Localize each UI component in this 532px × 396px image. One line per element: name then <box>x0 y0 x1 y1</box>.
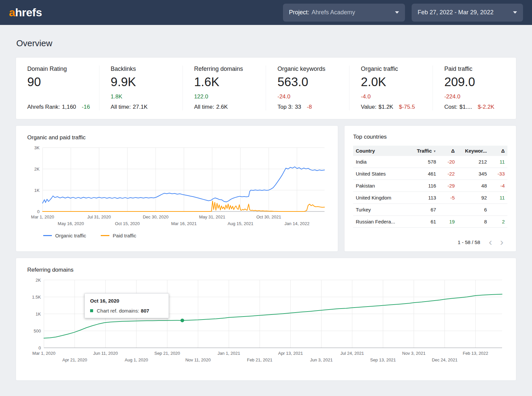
secondary-value: 1,160 <box>62 104 76 110</box>
traffic-delta-cell: -22 <box>436 171 455 177</box>
logo-rest: hrefs <box>15 6 42 19</box>
metric-value: 9.9K <box>111 75 179 89</box>
column-header-label: Δ <box>451 148 455 154</box>
svg-text:Sep 21, 2020: Sep 21, 2020 <box>154 351 180 356</box>
secondary-value: 33 <box>295 104 301 110</box>
column-header-traffic[interactable]: Traffic▼ <box>409 148 436 154</box>
svg-text:Aug 1, 2020: Aug 1, 2020 <box>125 357 148 362</box>
svg-text:1K: 1K <box>36 312 41 317</box>
metric-label: Domain Rating <box>27 66 96 72</box>
svg-text:Feb 13, 2022: Feb 13, 2022 <box>463 351 488 356</box>
metric-delta: -224.0 <box>444 93 513 100</box>
metric-value: 563.0 <box>277 75 346 89</box>
metric-delta: -4.0 <box>361 93 429 100</box>
column-header-keywords-delta[interactable]: Δ <box>487 148 505 154</box>
legend-item-paid-traffic: Paid traffic <box>101 233 136 238</box>
svg-text:Aug 15, 2021: Aug 15, 2021 <box>228 221 253 226</box>
country-cell: Pakistan <box>356 183 409 189</box>
table-row[interactable]: United Kingdom113-59211 <box>353 192 507 204</box>
svg-text:Jan 14, 2022: Jan 14, 2022 <box>285 221 310 226</box>
top-countries-table: CountryTraffic▼ΔKeywor...Δ India578-2021… <box>353 146 507 228</box>
metric-delta: 122.0 <box>194 93 263 100</box>
chart-title: Referring domains <box>27 267 505 273</box>
chart-title: Organic and paid traffic <box>27 134 327 141</box>
metric-delta: 1.8K <box>111 93 179 100</box>
keywords-delta-cell: 11 <box>487 159 505 165</box>
country-cell: Russian Federa... <box>356 219 409 224</box>
traffic-delta-cell: -20 <box>436 159 455 165</box>
organic-paid-traffic-card: Organic and paid traffic 01K2K3KMar 1, 2… <box>16 125 338 252</box>
chevron-down-icon <box>395 11 399 14</box>
metric-domain-rating: Domain Rating90Ahrefs Rank:1,160-16 <box>16 66 99 110</box>
svg-text:500: 500 <box>34 329 41 333</box>
svg-text:Mar 1, 2020: Mar 1, 2020 <box>32 351 55 356</box>
metric-paid-traffic: Paid traffic209.0-224.0Cost:$1....$-2.2K <box>433 66 516 110</box>
legend-label: Organic traffic <box>55 233 86 238</box>
secondary-label: All time: <box>194 104 214 110</box>
traffic-cell: 116 <box>409 183 436 189</box>
svg-text:1.5K: 1.5K <box>32 295 41 300</box>
metric-referring-domains: Referring domains1.6K122.0All time:2.6K <box>183 66 266 110</box>
metric-backlinks: Backlinks9.9K1.8KAll time:27.1K <box>99 66 183 110</box>
keywords-cell: 212 <box>455 159 487 165</box>
prev-page-icon[interactable]: ‹ <box>485 239 496 245</box>
referring-domains-chart[interactable]: 05001K1.5K2KMar 1, 2020Apr 21, 2020Jun 1… <box>27 278 505 368</box>
report-body: Overview Domain Rating90Ahrefs Rank:1,16… <box>0 38 532 381</box>
series-swatch <box>90 309 93 312</box>
secondary-label: All time: <box>111 104 131 110</box>
chart-legend: Organic trafficPaid traffic <box>27 233 327 238</box>
column-header-keywords[interactable]: Keywor... <box>455 148 487 154</box>
chart-tooltip: Oct 16, 2020 Chart ref. domains: 807 <box>84 293 169 318</box>
next-page-icon[interactable]: › <box>496 239 507 245</box>
metric-value: 209.0 <box>444 75 513 89</box>
table-row[interactable]: Pakistan116-2948-4 <box>353 180 507 192</box>
column-header-traffic-delta[interactable]: Δ <box>436 148 455 154</box>
secondary-delta: -8 <box>307 104 312 110</box>
table-row[interactable]: United States461-22345-33 <box>353 168 507 180</box>
keywords-delta-cell: 2 <box>487 219 505 224</box>
svg-text:Jul 24, 2021: Jul 24, 2021 <box>340 351 364 356</box>
svg-text:Oct 30, 2021: Oct 30, 2021 <box>256 214 281 219</box>
traffic-cell: 61 <box>409 219 436 224</box>
legend-swatch <box>43 235 52 236</box>
legend-item-organic-traffic: Organic traffic <box>43 233 86 238</box>
traffic-delta-cell: 19 <box>436 219 455 224</box>
pagination-range-label: 1 - 58 / 58 <box>458 239 480 245</box>
svg-text:Nov 11, 2020: Nov 11, 2020 <box>185 357 210 362</box>
svg-text:Mar 1, 2020: Mar 1, 2020 <box>31 214 54 219</box>
metric-value: 90 <box>27 75 96 89</box>
table-pagination: 1 - 58 / 58 ‹ › <box>458 239 507 245</box>
metric-label: Backlinks <box>111 66 179 72</box>
keywords-delta-cell: -33 <box>487 171 505 177</box>
keywords-cell: 92 <box>455 195 487 200</box>
organic-paid-traffic-chart[interactable]: 01K2K3KMar 1, 2020May 16, 2020Jul 31, 20… <box>27 146 327 231</box>
traffic-delta-cell: -5 <box>436 195 455 200</box>
legend-label: Paid traffic <box>113 233 136 238</box>
svg-text:Sep 13, 2021: Sep 13, 2021 <box>370 357 396 362</box>
svg-text:Mar 16, 2021: Mar 16, 2021 <box>171 221 197 226</box>
project-dropdown[interactable]: Project: Ahrefs Academy <box>283 4 405 22</box>
page-title: Overview <box>16 38 516 49</box>
tooltip-value: 807 <box>141 308 149 314</box>
column-header-label: Traffic <box>417 148 432 154</box>
metric-value: 2.0K <box>361 75 429 89</box>
secondary-label: Value: <box>361 104 376 110</box>
svg-text:3K: 3K <box>34 146 40 150</box>
table-row[interactable]: Turkey676 <box>353 204 507 216</box>
table-row[interactable]: Russian Federa...611982 <box>353 216 507 228</box>
date-range-value: Feb 27, 2022 - Mar 29, 2022 <box>418 9 493 16</box>
ahrefs-logo: ahrefs <box>9 6 42 19</box>
table-row[interactable]: India578-2021211 <box>353 156 507 168</box>
secondary-label: Top 3: <box>277 104 293 110</box>
table-body: India578-2021211United States461-22345-3… <box>353 156 507 228</box>
svg-text:Jan 1, 2021: Jan 1, 2021 <box>217 351 240 356</box>
date-range-dropdown[interactable]: Feb 27, 2022 - Mar 29, 2022 <box>412 4 523 22</box>
chevron-down-icon <box>513 11 517 14</box>
column-header-country[interactable]: Country <box>356 148 409 154</box>
svg-text:Apr 21, 2020: Apr 21, 2020 <box>62 357 87 362</box>
metric-value: 1.6K <box>194 75 263 89</box>
top-countries-card: Top countries CountryTraffic▼ΔKeywor...Δ… <box>344 125 516 252</box>
metric-organic-traffic: Organic traffic2.0K-4.0Value:$1.2K$-75.5 <box>349 66 433 110</box>
column-header-label: Country <box>356 148 375 154</box>
secondary-delta: $-75.5 <box>399 104 415 110</box>
